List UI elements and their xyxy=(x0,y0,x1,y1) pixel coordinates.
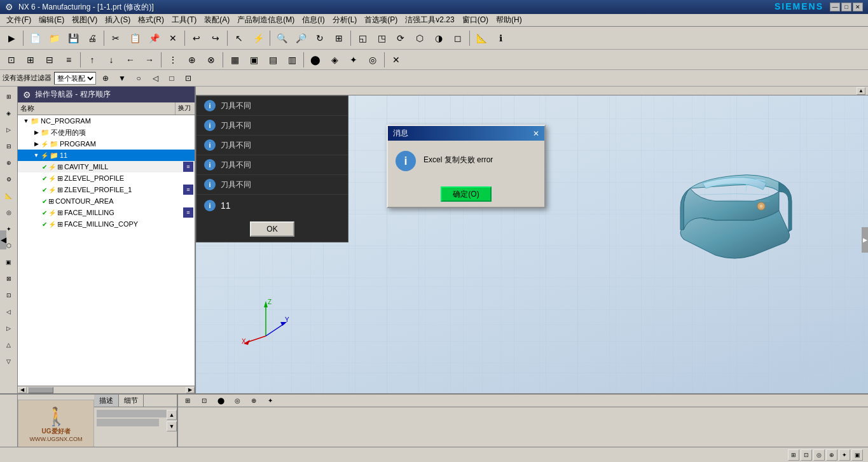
side-icon-5[interactable]: ⊕ xyxy=(1,155,17,171)
vb-btn2[interactable]: ⊡ xyxy=(197,395,211,407)
tree-item-zlevel-profile[interactable]: ✔ ⚡ ⊞ ZLEVEL_PROFILE xyxy=(18,172,195,184)
tb2-11[interactable]: ⊗ xyxy=(202,51,220,69)
vb-btn3[interactable]: ⬤ xyxy=(214,395,228,407)
tb-redo[interactable]: ↪ xyxy=(207,29,224,47)
side-icon-6[interactable]: ⚙ xyxy=(1,172,17,187)
tab-describe[interactable]: 描述 xyxy=(94,395,119,407)
status-icon-1[interactable]: ⊞ xyxy=(788,449,799,461)
tb2-19[interactable]: ◎ xyxy=(364,51,382,69)
tb-delete[interactable]: ✕ xyxy=(164,29,182,47)
menu-preferences[interactable]: 首选项(P) xyxy=(361,13,401,27)
tb-3d[interactable]: ⬡ xyxy=(411,29,429,47)
tree-item-zlevel-profile-1[interactable]: ✔ ⚡ ⊞ ZLEVEL_PROFILE_1 ≡ xyxy=(18,184,195,195)
minimize-btn[interactable]: — xyxy=(830,3,840,11)
tree-item-nc-program[interactable]: ▼ 📁 NC_PROGRAM xyxy=(18,115,195,127)
tb2-13[interactable]: ▣ xyxy=(245,51,263,69)
tb-zoom-in[interactable]: 🔍 xyxy=(273,29,291,47)
scroll-down-btn[interactable]: ▼ xyxy=(167,421,177,431)
tree-item-11[interactable]: ▼ ⚡ 📁 11 xyxy=(18,150,195,161)
tb-copy[interactable]: 📋 xyxy=(126,29,144,47)
menu-tools[interactable]: 工具(T) xyxy=(168,13,200,27)
msg-close-icon[interactable]: ✕ xyxy=(533,129,539,138)
tb-refresh[interactable]: ↻ xyxy=(311,29,329,47)
side-icon-7[interactable]: 📐 xyxy=(1,188,17,204)
tb2-8[interactable]: → xyxy=(141,51,158,69)
tool-diff-ok-button[interactable]: OK xyxy=(250,221,294,237)
menu-pmi[interactable]: 产品制造信息(M) xyxy=(233,13,298,27)
side-icon-17[interactable]: ▽ xyxy=(1,354,17,369)
filter-extra[interactable]: ◁ xyxy=(148,72,162,85)
tb-select[interactable]: ↖ xyxy=(230,29,248,47)
filter-extra3[interactable]: ⊡ xyxy=(181,72,195,85)
tb-filter[interactable]: ⚡ xyxy=(249,29,267,47)
scroll-left-btn[interactable]: ◀ xyxy=(18,387,27,393)
menu-edit[interactable]: 编辑(E) xyxy=(35,13,68,27)
scroll-up-btn[interactable]: ▲ xyxy=(167,410,177,420)
tb2-5[interactable]: ↑ xyxy=(83,51,101,69)
side-icon-12[interactable]: ⊠ xyxy=(1,271,17,286)
filter-circle[interactable]: ○ xyxy=(132,72,146,85)
vb-btn6[interactable]: ✦ xyxy=(263,395,277,407)
tb-wire[interactable]: ◻ xyxy=(449,29,467,47)
nav-horizontal-scrollbar[interactable]: ◀ ▶ xyxy=(18,386,195,393)
status-icon-2[interactable]: ⊡ xyxy=(801,449,812,461)
tb2-20[interactable]: ✕ xyxy=(387,51,405,69)
close-btn[interactable]: ✕ xyxy=(853,3,863,11)
status-icon-4[interactable]: ⊕ xyxy=(826,449,837,461)
tb2-18[interactable]: ✦ xyxy=(345,51,362,69)
tb-start[interactable]: ▶ xyxy=(3,29,20,47)
menu-file[interactable]: 文件(F) xyxy=(3,13,35,27)
tb-zoom-out[interactable]: 🔎 xyxy=(292,29,310,47)
expand-11[interactable]: ▼ xyxy=(32,151,41,160)
tb-undo[interactable]: ↩ xyxy=(188,29,205,47)
scroll-thumb[interactable] xyxy=(28,387,53,393)
status-icon-3[interactable]: ◎ xyxy=(813,449,825,461)
side-icon-3[interactable]: ▷ xyxy=(1,122,17,137)
side-icon-2[interactable]: ◈ xyxy=(1,106,17,121)
tree-item-face-milling-copy[interactable]: ✔ ⚡ ⊞ FACE_MILLING_COPY xyxy=(18,218,195,230)
filter-extra2[interactable]: □ xyxy=(165,72,179,85)
side-icon-14[interactable]: ◁ xyxy=(1,304,17,319)
side-icon-16[interactable]: △ xyxy=(1,337,17,353)
filter-dropdown[interactable]: 整个装配 xyxy=(54,72,96,85)
tb-measure[interactable]: 📐 xyxy=(472,29,490,47)
side-icon-13[interactable]: ⊡ xyxy=(1,288,17,303)
status-icon-5[interactable]: ✦ xyxy=(839,449,850,461)
expand-program[interactable]: ▶ xyxy=(32,139,41,148)
tb-rotate[interactable]: ⟳ xyxy=(392,29,410,47)
side-icon-1[interactable]: ⊞ xyxy=(1,89,17,104)
tb2-16[interactable]: ⬤ xyxy=(307,51,324,69)
tb2-4[interactable]: ≡ xyxy=(60,51,78,69)
tb-print[interactable]: 🖨 xyxy=(83,29,101,47)
tab-detail[interactable]: 细节 xyxy=(119,395,144,407)
menu-info[interactable]: 信息(I) xyxy=(298,13,328,27)
tb2-9[interactable]: ⋮ xyxy=(164,51,182,69)
tb-view2[interactable]: ◳ xyxy=(373,29,390,47)
side-icon-15[interactable]: ▷ xyxy=(1,321,17,336)
tb2-10[interactable]: ⊕ xyxy=(183,51,201,69)
viewport-edge-btn[interactable]: ▲ xyxy=(857,87,865,95)
expand-nc-program[interactable]: ▼ xyxy=(22,116,31,125)
menu-format[interactable]: 格式(R) xyxy=(134,13,168,27)
menu-insert[interactable]: 插入(S) xyxy=(101,13,134,27)
tb2-3[interactable]: ⊟ xyxy=(41,51,59,69)
expand-unused[interactable]: ▶ xyxy=(32,128,41,137)
tb-save[interactable]: 💾 xyxy=(64,29,82,47)
title-bar-controls[interactable]: — □ ✕ xyxy=(830,3,863,11)
vb-btn1[interactable]: ⊞ xyxy=(181,395,195,407)
tree-item-cavity-mill[interactable]: ✔ ⚡ ⊞ CAVITY_MILL ≡ xyxy=(18,161,195,172)
filter-btn[interactable]: ⊕ xyxy=(99,72,113,85)
tb-info2[interactable]: ℹ xyxy=(492,29,509,47)
tb-fit[interactable]: ⊞ xyxy=(330,29,348,47)
vb-btn4[interactable]: ◎ xyxy=(230,395,244,407)
tb2-2[interactable]: ⊞ xyxy=(22,51,39,69)
viewport-right-collapse[interactable]: ▶ xyxy=(862,227,868,253)
tree-item-face-milling[interactable]: ✔ ⚡ ⊞ FACE_MILLING ≡ xyxy=(18,207,195,218)
tree-item-contour-area[interactable]: ✔ ⊞ CONTOUR_AREA xyxy=(18,195,195,207)
tb2-1[interactable]: ⊡ xyxy=(3,51,20,69)
maximize-btn[interactable]: □ xyxy=(841,3,851,11)
menu-assembly[interactable]: 装配(A) xyxy=(200,13,233,27)
tb-new[interactable]: 📄 xyxy=(26,29,44,47)
side-icon-11[interactable]: ▣ xyxy=(1,255,17,270)
tb-view1[interactable]: ◱ xyxy=(354,29,371,47)
